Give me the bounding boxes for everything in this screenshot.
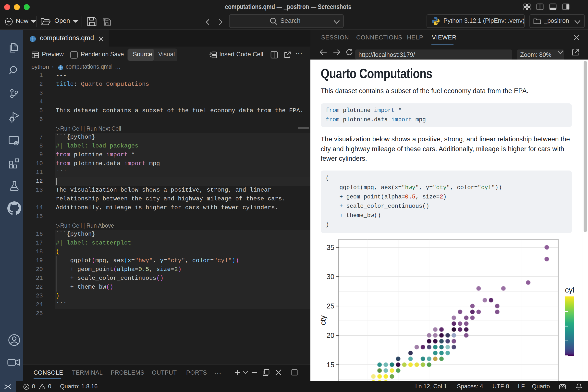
svg-text:15: 15	[326, 361, 334, 369]
svg-text:35: 35	[326, 244, 334, 251]
svg-text:cyl: cyl	[565, 286, 574, 294]
svg-text:cty: cty	[319, 315, 327, 325]
svg-text:20: 20	[326, 332, 334, 339]
svg-text:30: 30	[326, 273, 334, 280]
svg-text:25: 25	[326, 302, 334, 310]
